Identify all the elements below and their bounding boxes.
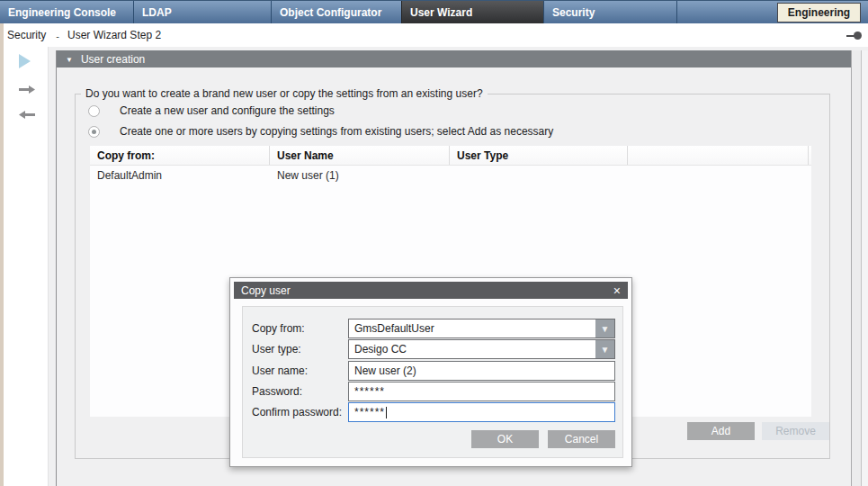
arrow-left-icon[interactable] <box>19 109 35 121</box>
tab-label: LDAP <box>142 6 172 19</box>
radio-create-new-user[interactable]: Create a new user and configure the sett… <box>88 104 335 117</box>
tab-ldap[interactable]: LDAP <box>133 1 271 23</box>
radio-label: Create one or more users by copying sett… <box>120 125 553 138</box>
column-header-extra[interactable] <box>628 146 809 165</box>
add-button[interactable]: Add <box>687 422 755 440</box>
field-row-copy-from: Copy from: GmsDefaultUser ▼ <box>252 319 615 338</box>
application-window: Engineering Console LDAP Object Configur… <box>0 0 868 486</box>
tab-security[interactable]: Security <box>543 1 676 23</box>
table-row[interactable]: DefaultAdmin New user (1) <box>90 166 811 185</box>
column-header-copy-from[interactable]: Copy from: <box>90 146 270 165</box>
dialog-title: Copy user <box>241 284 291 297</box>
tab-label: Engineering Console <box>8 6 116 19</box>
user-name-label: User name: <box>252 364 348 377</box>
tab-bar: Engineering Console LDAP Object Configur… <box>0 0 868 23</box>
password-input[interactable]: ****** <box>348 382 615 401</box>
column-header-user-name[interactable]: User Name <box>270 146 450 165</box>
groupbox-legend: Do you want to create a brand new user o… <box>81 87 488 100</box>
tab-engineering-console[interactable]: Engineering Console <box>0 1 133 23</box>
play-icon[interactable] <box>19 54 31 68</box>
confirm-password-label: Confirm password: <box>252 406 348 418</box>
dropdown-value: GmsDefaultUser <box>349 322 595 335</box>
collapse-icon: ▼ <box>66 56 73 64</box>
copy-user-dialog: Copy user × Copy from: GmsDefaultUser ▼ … <box>229 277 632 467</box>
wizard-nav-sidebar <box>4 47 49 486</box>
cell-user-name: New user (1) <box>270 166 450 185</box>
breadcrumb-current: User Wizard Step 2 <box>67 29 161 41</box>
dialog-title-bar[interactable]: Copy user × <box>234 282 628 299</box>
cell-user-type <box>450 166 628 185</box>
input-value: ****** <box>354 406 385 418</box>
text-caret <box>386 407 387 418</box>
radio-button-icon[interactable] <box>88 105 100 117</box>
cell-copy-from: DefaultAdmin <box>90 166 270 185</box>
right-margin <box>852 50 868 486</box>
remove-button[interactable]: Remove <box>762 422 829 440</box>
tab-divider <box>676 1 677 23</box>
tab-label: Object Configurator <box>280 6 381 19</box>
copy-from-label: Copy from: <box>252 322 348 335</box>
close-icon[interactable]: × <box>613 284 621 297</box>
pin-icon[interactable] <box>846 32 862 40</box>
breadcrumb: Security - User Wizard Step 2 <box>0 23 868 47</box>
input-value: ****** <box>354 385 385 398</box>
field-row-confirm-password: Confirm password: ****** <box>252 402 615 422</box>
copy-from-dropdown[interactable]: GmsDefaultUser ▼ <box>348 319 615 338</box>
field-row-password: Password: ****** <box>252 382 615 401</box>
tab-object-configurator[interactable]: Object Configurator <box>271 1 401 23</box>
engineering-mode-button[interactable]: Engineering <box>777 3 861 22</box>
arrow-right-icon[interactable] <box>19 84 35 95</box>
cancel-button[interactable]: Cancel <box>548 430 615 448</box>
radio-label: Create a new user and configure the sett… <box>120 104 335 117</box>
table-header: Copy from: User Name User Type <box>90 146 811 166</box>
section-header-user-creation[interactable]: ▼ User creation <box>57 50 851 68</box>
field-row-user-name: User name: New user (2) <box>252 361 615 381</box>
user-type-label: User type: <box>252 343 348 356</box>
dropdown-value: Desigo CC <box>349 343 595 356</box>
column-header-user-type[interactable]: User Type <box>450 146 628 165</box>
section-title: User creation <box>81 53 145 66</box>
user-name-input[interactable]: New user (2) <box>348 361 615 381</box>
cell-extra <box>628 166 809 185</box>
chevron-down-icon[interactable]: ▼ <box>595 340 614 358</box>
user-type-dropdown[interactable]: Desigo CC ▼ <box>348 339 615 359</box>
input-value: New user (2) <box>354 364 416 377</box>
radio-copy-existing-users[interactable]: Create one or more users by copying sett… <box>88 125 553 138</box>
ok-button[interactable]: OK <box>471 430 539 448</box>
chevron-down-icon[interactable]: ▼ <box>595 320 614 338</box>
breadcrumb-root[interactable]: Security <box>7 29 46 41</box>
tab-user-wizard[interactable]: User Wizard <box>401 1 543 23</box>
tab-label: User Wizard <box>410 6 472 19</box>
radio-button-selected-icon[interactable] <box>88 126 100 138</box>
field-row-user-type: User type: Desigo CC ▼ <box>252 339 615 359</box>
tab-label: Security <box>552 6 595 19</box>
breadcrumb-separator: - <box>56 31 59 41</box>
confirm-password-input[interactable]: ****** <box>348 402 615 422</box>
password-label: Password: <box>252 385 348 398</box>
